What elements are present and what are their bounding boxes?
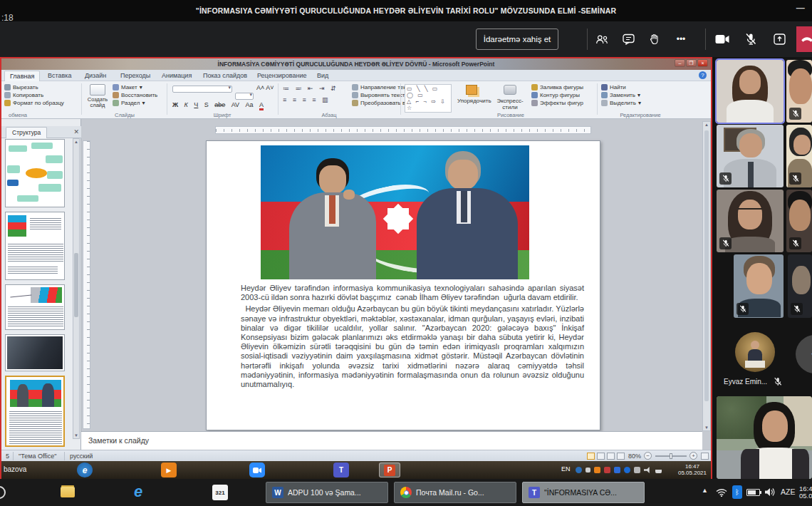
- tab-animations[interactable]: Анимация: [157, 71, 197, 81]
- participant-video[interactable]: [717, 125, 784, 187]
- font-color-button[interactable]: А: [259, 101, 264, 110]
- zoom-out-button[interactable]: −: [644, 452, 652, 460]
- participant-video[interactable]: [734, 254, 784, 318]
- help-icon[interactable]: ?: [699, 71, 707, 79]
- participant-video-speaker[interactable]: [717, 60, 784, 123]
- tab-home[interactable]: Главная: [4, 71, 40, 81]
- more-options-icon[interactable]: •••: [672, 31, 689, 47]
- arrange-button[interactable]: Упорядочить: [457, 85, 486, 104]
- format-painter-button[interactable]: Формат по образцу: [4, 99, 64, 107]
- ppt-minimize-button[interactable]: –: [675, 59, 685, 67]
- outer-clock[interactable]: 16:47 05.05.2021: [799, 485, 812, 500]
- zoom-slider[interactable]: [655, 455, 687, 457]
- camera-icon[interactable]: [714, 31, 731, 47]
- participant-video[interactable]: [717, 190, 784, 252]
- tray-bluetooth-icon[interactable]: [624, 467, 630, 473]
- participants-icon[interactable]: [593, 31, 610, 47]
- list-indent-buttons[interactable]: ≔ ≕ ⇤ ⇥ ⇵: [283, 85, 338, 92]
- reading-view-button[interactable]: [607, 453, 615, 460]
- more-participants-button[interactable]: +: [796, 335, 812, 373]
- italic-button[interactable]: К: [184, 101, 188, 108]
- zoom-app-icon[interactable]: [249, 463, 265, 477]
- speaker-icon[interactable]: [765, 487, 776, 500]
- request-control-button[interactable]: İdarəetmə xahiş et: [476, 29, 558, 50]
- tray-clipboard-icon[interactable]: [634, 467, 640, 473]
- cut-button[interactable]: Вырезать: [4, 83, 64, 91]
- normal-view-button[interactable]: [587, 453, 595, 460]
- taskbar-window-word[interactable]: W ADPU 100 və Şama...: [266, 482, 388, 503]
- slide-thumbnail-2[interactable]: [5, 212, 65, 280]
- find-button[interactable]: Найти: [601, 83, 641, 91]
- tab-transitions[interactable]: Переходы: [115, 71, 155, 81]
- ppt-restore-button[interactable]: ❐: [686, 59, 697, 67]
- slide-canvas[interactable]: Heydər Əliyev tərəfindən informasiya kom…: [206, 140, 600, 430]
- slideshow-button[interactable]: [617, 453, 625, 460]
- font-grow-shrink[interactable]: A˄ A˅: [256, 84, 274, 91]
- strikethrough-button[interactable]: abe: [214, 101, 225, 108]
- raise-hand-icon[interactable]: [646, 31, 663, 47]
- copy-button[interactable]: Копировать: [4, 91, 64, 99]
- cortana-icon[interactable]: [0, 486, 6, 499]
- share-screen-icon[interactable]: [771, 31, 788, 47]
- participant-video[interactable]: [788, 254, 812, 318]
- tab-outline[interactable]: Структура: [6, 127, 47, 138]
- underline-button[interactable]: Ч: [194, 101, 198, 108]
- shape-outline-button[interactable]: Контур фигуры: [531, 91, 583, 99]
- bold-button[interactable]: Ж: [172, 101, 178, 108]
- ppt-close-button[interactable]: ×: [697, 59, 708, 67]
- zoom-in-button[interactable]: +: [689, 452, 697, 460]
- participant-video[interactable]: [786, 125, 812, 187]
- tab-view[interactable]: Вид: [312, 71, 333, 81]
- teams-app-icon[interactable]: T: [333, 463, 349, 477]
- tray-arrow-icon[interactable]: [585, 468, 590, 473]
- layout-button[interactable]: Макет ▾: [113, 83, 157, 91]
- slide-thumbnail-1[interactable]: [5, 139, 65, 207]
- font-name-combo[interactable]: [172, 86, 232, 93]
- tray-help-icon[interactable]: [576, 467, 582, 473]
- tray-speaker-icon[interactable]: [644, 467, 652, 473]
- tray-expand-icon[interactable]: ▲: [702, 487, 708, 494]
- ie-icon[interactable]: e: [77, 463, 93, 477]
- close-icon[interactable]: ✕: [73, 128, 79, 135]
- shape-effects-button[interactable]: Эффекты фигур: [531, 99, 583, 107]
- participant-avatar[interactable]: [735, 332, 775, 372]
- edge-icon[interactable]: e: [134, 484, 150, 500]
- tray-icon-red[interactable]: [604, 467, 610, 473]
- slide-thumbnail-5-selected[interactable]: [5, 376, 65, 447]
- self-view-video[interactable]: [717, 396, 812, 479]
- shape-fill-button[interactable]: Заливка фигуры: [531, 83, 583, 91]
- powerpoint-taskbar-icon[interactable]: P: [379, 463, 400, 477]
- mic-muted-icon[interactable]: [742, 31, 759, 47]
- slide-sorter-button[interactable]: [597, 453, 605, 460]
- tab-slideshow[interactable]: Показ слайдов: [198, 71, 252, 81]
- new-slide-button[interactable]: Создать слайд: [85, 84, 110, 108]
- zoom-slider-thumb[interactable]: [670, 453, 672, 459]
- tray-antivirus-icon[interactable]: [594, 467, 600, 473]
- participant-video[interactable]: [786, 60, 812, 123]
- fit-to-window-button[interactable]: [701, 453, 709, 460]
- tray-network-icon[interactable]: [655, 467, 662, 473]
- taskbar-window-chrome[interactable]: Почта Mail.ru - Go...: [394, 482, 516, 503]
- reset-button[interactable]: Восстановить: [113, 91, 157, 99]
- section-button[interactable]: Раздел ▾: [113, 99, 157, 107]
- participant-video[interactable]: [786, 190, 812, 252]
- battery-icon[interactable]: [746, 489, 760, 496]
- minimize-icon[interactable]: —: [796, 3, 805, 13]
- shapes-gallery[interactable]: ▭ ╲ ╲ ▭ ◯ ▭ △ ⌐ ¬ ⇨ ⇩ ☆: [405, 84, 452, 113]
- media-player-icon[interactable]: ▶: [161, 463, 177, 477]
- file-explorer-icon[interactable]: [61, 487, 75, 497]
- slide-thumbnail-4[interactable]: [5, 334, 65, 371]
- bluetooth-icon[interactable]: ᛒ: [732, 485, 742, 499]
- align-buttons[interactable]: ≡ ≡ ≡ ≡ ▥: [283, 96, 330, 103]
- tab-insert[interactable]: Вставка: [43, 71, 76, 81]
- chat-icon[interactable]: [620, 31, 637, 47]
- slide-scrollbar[interactable]: ▲ ▼: [702, 121, 711, 431]
- select-button[interactable]: Выделить ▾: [601, 99, 641, 107]
- outline-scrollbar[interactable]: ▲ ▼: [73, 138, 80, 439]
- inner-language-indicator[interactable]: EN: [561, 465, 571, 473]
- shadow-button[interactable]: S: [204, 101, 209, 108]
- outer-language-indicator[interactable]: AZE: [781, 487, 795, 496]
- notes-pane[interactable]: Заметки к слайду: [81, 431, 702, 450]
- replace-button[interactable]: Заменить ▾: [601, 91, 641, 99]
- tab-design[interactable]: Дизайн: [80, 71, 111, 81]
